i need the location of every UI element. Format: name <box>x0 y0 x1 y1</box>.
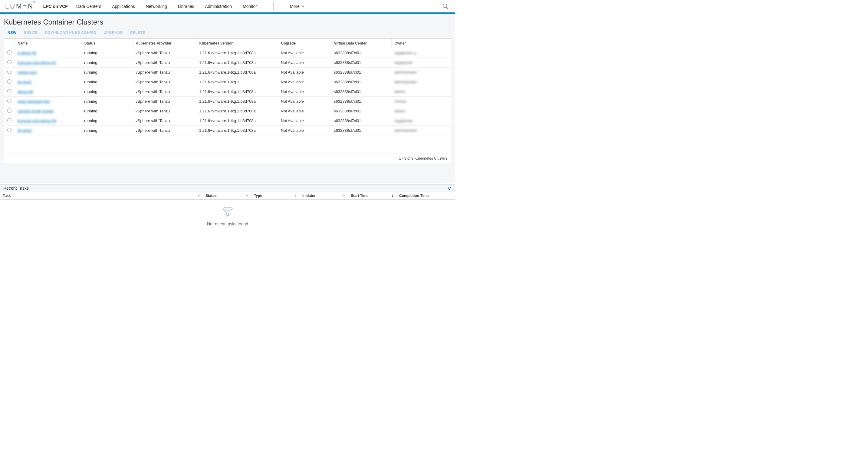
row-radio[interactable] <box>7 79 11 84</box>
row-radio[interactable] <box>7 118 11 122</box>
cluster-name-link[interactable]: bh-test1 <box>18 80 32 84</box>
cell-vdc: s632838sl7cl01 <box>331 126 391 135</box>
row-radio[interactable] <box>7 60 11 64</box>
column-vdc[interactable]: Virtual Data Center <box>331 39 391 48</box>
cell-status: running <box>81 77 132 87</box>
search-icon <box>442 3 449 10</box>
cluster-name-link[interactable]: sean-package-test <box>18 99 50 104</box>
action-new[interactable]: NEW <box>7 31 17 35</box>
cell-provider: vSphere with Tanzu <box>132 116 196 126</box>
column-status[interactable]: Status <box>81 39 132 48</box>
cell-upgrade: Not Available <box>278 126 331 135</box>
cell-provider: vSphere with Tanzu <box>132 48 196 58</box>
column-version[interactable]: Kubernetes Version <box>196 39 278 48</box>
cell-upgrade: Not Available <box>278 97 331 106</box>
chevron-double-down-icon <box>447 186 452 190</box>
cell-version: 1.21.6+vmware.1-tkg.1 <box>196 77 278 87</box>
svg-point-0 <box>443 4 447 8</box>
cell-owner: administrator <box>391 126 451 135</box>
action-upgrade[interactable]: UPGRADE <box>103 31 123 35</box>
task-col-type-label: Type <box>254 194 262 198</box>
nav-libraries[interactable]: Libraries <box>178 4 194 9</box>
recent-tasks-title: Recent Tasks <box>3 186 29 191</box>
cluster-name-link[interactable]: kumudu-e2e-demo-54 <box>18 118 56 123</box>
nav-networking[interactable]: Networking <box>146 4 167 9</box>
task-col-type[interactable]: Type <box>251 192 300 199</box>
row-radio[interactable] <box>7 70 11 74</box>
cluster-name-link[interactable]: sample-small-cluster <box>18 109 54 113</box>
cluster-name-link[interactable]: demo-00 <box>18 89 33 94</box>
table-row: sean-package-testrunningvSphere with Tan… <box>4 97 451 106</box>
nav-separator <box>273 2 274 10</box>
cell-provider: vSphere with Tanzu <box>132 97 196 106</box>
column-name[interactable]: Name <box>14 39 81 48</box>
row-radio[interactable] <box>7 99 11 103</box>
cell-provider: vSphere with Tanzu <box>132 67 196 77</box>
filter-icon[interactable] <box>245 194 249 198</box>
page-title: Kubernetes Container Clusters <box>4 18 451 26</box>
cluster-name-link[interactable]: harbor-test <box>18 70 37 75</box>
row-radio[interactable] <box>7 109 11 113</box>
table-footer: 1 - 9 of 9 Kubernetes Clusters <box>4 153 451 163</box>
cell-owner: orgapiuser <box>391 58 451 67</box>
recent-tasks-panel: Recent Tasks Task Status Type Initiator <box>0 184 455 237</box>
action-delete[interactable]: DELETE <box>130 31 145 35</box>
nav-more-label: More <box>290 4 300 9</box>
cell-owner: admin <box>391 106 451 116</box>
cell-status: running <box>81 116 132 126</box>
cell-upgrade: Not Available <box>278 116 331 126</box>
cell-version: 1.21.6+vmware.1-tkg.1.b3d708a <box>196 126 278 135</box>
cell-vdc: s632838sl7cl01 <box>331 58 391 67</box>
nav-data-centers[interactable]: Data Centers <box>76 4 101 9</box>
cluster-name-link[interactable]: bh-test2 <box>18 128 32 133</box>
cell-status: running <box>81 106 132 116</box>
column-owner[interactable]: Owner <box>391 39 451 48</box>
clusters-table: Name Status Kubernetes Provider Kubernet… <box>4 39 451 135</box>
row-radio[interactable] <box>7 128 11 132</box>
column-select <box>4 39 14 48</box>
cell-provider: vSphere with Tanzu <box>132 126 196 135</box>
cell-provider: vSphere with Tanzu <box>132 58 196 67</box>
row-radio[interactable] <box>7 50 11 55</box>
cell-vdc: s632838sl7cl01 <box>331 97 391 106</box>
top-navigation: LUM=N® LPC on VCF Data Centers Applicati… <box>0 0 455 13</box>
cell-vdc: s632838sl7cl01 <box>331 116 391 126</box>
cell-upgrade: Not Available <box>278 48 331 58</box>
collapse-tasks-button[interactable] <box>447 186 452 190</box>
task-col-completion-time[interactable]: Completion Time <box>397 192 455 199</box>
nav-administration[interactable]: Administration <box>205 4 232 9</box>
table-header-row: Name Status Kubernetes Provider Kubernet… <box>4 39 451 48</box>
search-button[interactable] <box>441 2 450 11</box>
cell-vdc: s632838sl7cl01 <box>331 77 391 87</box>
task-col-initiator[interactable]: Initiator <box>300 192 348 199</box>
cell-owner: administrator <box>391 77 451 87</box>
cell-version: 1.21.6+vmware.1-tkg.1.b3d708a <box>196 58 278 67</box>
nav-monitor[interactable]: Monitor <box>243 4 257 9</box>
task-col-task[interactable]: Task <box>0 192 203 199</box>
nav-more[interactable]: More <box>290 4 305 9</box>
nav-items: Data Centers Applications Networking Lib… <box>76 2 305 10</box>
funnel-icon <box>221 206 234 219</box>
cell-provider: vSphere with Tanzu <box>132 106 196 116</box>
nav-applications[interactable]: Applications <box>112 4 135 9</box>
action-resize[interactable]: RESIZE <box>24 31 38 35</box>
filter-icon[interactable] <box>294 194 297 198</box>
action-download-kube-config[interactable]: DOWNLOAD KUBE CONFIG <box>45 31 96 35</box>
cell-status: running <box>81 48 132 58</box>
column-provider[interactable]: Kubernetes Provider <box>132 39 196 48</box>
row-radio[interactable] <box>7 89 11 93</box>
task-col-status[interactable]: Status <box>203 192 251 199</box>
tasks-empty-text: No recent tasks found <box>207 222 248 226</box>
cluster-name-link[interactable]: k-demo-00 <box>18 51 36 55</box>
column-upgrade[interactable]: Upgrade <box>278 39 331 48</box>
cell-version: 1.21.6+vmware.1-tkg.1.b3d708a <box>196 87 278 97</box>
sort-down-icon[interactable] <box>391 194 394 198</box>
cluster-name-link[interactable]: kumudu-e2e-demo-51 <box>18 60 56 65</box>
cell-upgrade: Not Available <box>278 58 331 67</box>
action-bar: NEW RESIZE DOWNLOAD KUBE CONFIG UPGRADE … <box>4 31 451 35</box>
cell-vdc: s632838sl7cl01 <box>331 48 391 58</box>
filter-icon[interactable] <box>197 194 200 198</box>
task-col-start-time[interactable]: Start Time <box>348 192 397 199</box>
filter-icon[interactable] <box>342 194 346 198</box>
cell-version: 1.21.6+vmware.1-tkg.1.b3d708a <box>196 48 278 58</box>
